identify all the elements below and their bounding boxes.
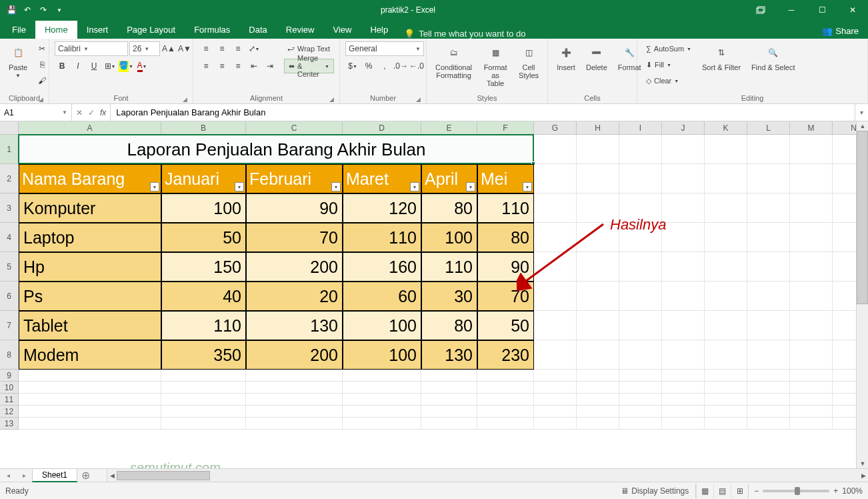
cell-C10[interactable]	[246, 382, 343, 394]
share-button[interactable]: 👥 Share	[813, 23, 868, 39]
table-cell-value[interactable]: 100	[161, 193, 246, 223]
cell-J10[interactable]	[662, 382, 705, 394]
row-header-9[interactable]: 9	[0, 370, 18, 382]
scroll-down-icon[interactable]: ▼	[857, 459, 868, 468]
cell-K5[interactable]	[705, 252, 747, 282]
redo-icon[interactable]: ↷	[37, 4, 49, 16]
scroll-left-icon[interactable]: ◀	[107, 470, 117, 482]
cell-H9[interactable]	[577, 370, 619, 382]
cell-G5[interactable]	[534, 252, 577, 282]
font-color-button[interactable]: A▼	[135, 59, 149, 73]
table-header-0[interactable]: Nama Barang▾	[19, 164, 161, 193]
autosum-button[interactable]: ∑AutoSum▼	[643, 41, 695, 56]
cell-L11[interactable]	[747, 394, 790, 406]
cell-M3[interactable]	[790, 193, 833, 223]
col-header-B[interactable]: B	[161, 121, 246, 134]
tab-view[interactable]: View	[323, 21, 361, 39]
number-format-combo[interactable]: General▼	[345, 41, 424, 56]
tab-page-layout[interactable]: Page Layout	[117, 21, 185, 39]
cancel-formula-icon[interactable]: ✕	[76, 108, 83, 117]
cell-L13[interactable]	[747, 418, 790, 430]
cell-F11[interactable]	[477, 394, 534, 406]
name-box[interactable]: A1▼	[0, 104, 72, 121]
scroll-up-icon[interactable]: ▲	[857, 121, 868, 131]
col-header-C[interactable]: C	[246, 121, 343, 134]
decrease-indent-icon[interactable]: ⇤	[247, 59, 261, 73]
table-cell-name[interactable]: Tablet	[19, 311, 161, 340]
page-break-view-icon[interactable]: ⊞	[731, 484, 748, 498]
italic-button[interactable]: I	[71, 59, 85, 73]
row-header-10[interactable]: 10	[0, 382, 18, 394]
conditional-formatting-button[interactable]: 🗂Conditional Formatting	[432, 41, 475, 81]
cell-J9[interactable]	[662, 370, 705, 382]
table-cell-value[interactable]: 40	[161, 282, 246, 311]
filter-icon[interactable]: ▾	[410, 182, 419, 191]
table-cell-value[interactable]: 110	[477, 193, 534, 223]
align-left-icon[interactable]: ≡	[199, 59, 213, 73]
cell-A9[interactable]	[19, 370, 161, 382]
cell-L9[interactable]	[747, 370, 790, 382]
cell-A12[interactable]	[19, 406, 161, 418]
table-header-3[interactable]: Maret▾	[343, 164, 421, 193]
percent-format-icon[interactable]: %	[361, 59, 376, 73]
format-painter-button[interactable]: 🖌	[35, 73, 49, 88]
undo-icon[interactable]: ↶	[21, 4, 33, 16]
cell-M12[interactable]	[790, 406, 833, 418]
cell-G2[interactable]	[534, 164, 577, 193]
expand-formula-bar-icon[interactable]: ▾	[855, 104, 868, 121]
table-cell-value[interactable]: 90	[477, 252, 534, 282]
table-cell-value[interactable]: 100	[343, 340, 421, 370]
cell-M7[interactable]	[790, 311, 833, 340]
cell-M11[interactable]	[790, 394, 833, 406]
vertical-scrollbar[interactable]: ▲ ▼	[856, 121, 868, 468]
cell-I13[interactable]	[619, 418, 662, 430]
tab-help[interactable]: Help	[361, 21, 397, 39]
tab-data[interactable]: Data	[239, 21, 276, 39]
worksheet-grid[interactable]: ABCDEFGHIJKLMN 12345678910111213 Laporan…	[0, 121, 868, 468]
table-cell-value[interactable]: 130	[421, 340, 477, 370]
tab-review[interactable]: Review	[277, 21, 324, 39]
tellme-search[interactable]: 💡 Tell me what you want to do	[404, 29, 525, 39]
horizontal-scrollbar[interactable]: ◀ ▶	[107, 469, 868, 482]
cell-G4[interactable]	[534, 223, 577, 252]
qat-dropdown-icon[interactable]: ▼	[53, 4, 65, 16]
cell-B9[interactable]	[161, 370, 246, 382]
cell-L12[interactable]	[747, 406, 790, 418]
sheet-nav-prev-icon[interactable]: ◂	[0, 472, 16, 479]
cell-J2[interactable]	[662, 164, 705, 193]
save-icon[interactable]: 💾	[5, 4, 17, 16]
cell-M6[interactable]	[790, 282, 833, 311]
cell-L10[interactable]	[747, 382, 790, 394]
cell-H11[interactable]	[577, 394, 619, 406]
cell-M13[interactable]	[790, 418, 833, 430]
cell-G12[interactable]	[534, 406, 577, 418]
cell-M2[interactable]	[790, 164, 833, 193]
cell-L6[interactable]	[747, 282, 790, 311]
cell-C9[interactable]	[246, 370, 343, 382]
cell-I6[interactable]	[619, 282, 662, 311]
cell-G3[interactable]	[534, 193, 577, 223]
zoom-knob[interactable]	[795, 487, 800, 495]
table-cell-value[interactable]: 50	[161, 223, 246, 252]
cell-C13[interactable]	[246, 418, 343, 430]
cell-K2[interactable]	[705, 164, 747, 193]
tab-insert[interactable]: Insert	[77, 21, 118, 39]
increase-decimal-icon[interactable]: .0→	[393, 59, 408, 73]
sheet-nav-next-icon[interactable]: ▸	[16, 472, 32, 479]
cell-K11[interactable]	[705, 394, 747, 406]
filter-icon[interactable]: ▾	[523, 182, 532, 191]
accounting-format-icon[interactable]: $▼	[345, 59, 360, 73]
cell-I3[interactable]	[619, 193, 662, 223]
filter-icon[interactable]: ▾	[235, 182, 244, 191]
fill-color-button[interactable]: 🪣▼	[119, 59, 133, 73]
cell-I5[interactable]	[619, 252, 662, 282]
cell-D13[interactable]	[343, 418, 421, 430]
cell-E13[interactable]	[421, 418, 477, 430]
row-header-13[interactable]: 13	[0, 418, 18, 430]
scroll-right-icon[interactable]: ▶	[859, 470, 868, 482]
table-cell-value[interactable]: 110	[343, 223, 421, 252]
formula-input[interactable]: Laporan Penjualan Barang Akhir Bulan	[111, 104, 855, 121]
cell-K3[interactable]	[705, 193, 747, 223]
clear-button[interactable]: ◇Clear▼	[643, 73, 695, 88]
cell-H13[interactable]	[577, 418, 619, 430]
